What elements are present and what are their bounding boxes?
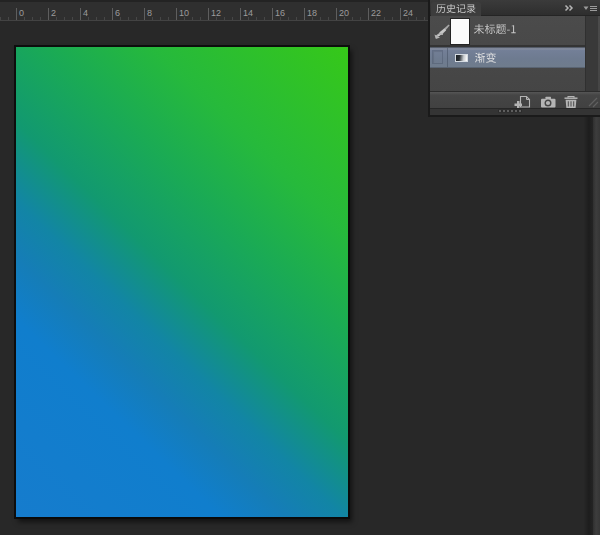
- svg-text:24: 24: [403, 8, 413, 18]
- svg-text:20: 20: [339, 8, 349, 18]
- svg-text:10: 10: [179, 8, 189, 18]
- svg-text:4: 4: [83, 8, 88, 18]
- svg-text:18: 18: [307, 8, 317, 18]
- svg-text:22: 22: [371, 8, 381, 18]
- svg-text:0: 0: [19, 8, 24, 18]
- svg-text:14: 14: [243, 8, 253, 18]
- svg-text:8: 8: [147, 8, 152, 18]
- svg-text:12: 12: [211, 8, 221, 18]
- svg-text:6: 6: [115, 8, 120, 18]
- svg-text:2: 2: [51, 8, 56, 18]
- svg-text:16: 16: [275, 8, 285, 18]
